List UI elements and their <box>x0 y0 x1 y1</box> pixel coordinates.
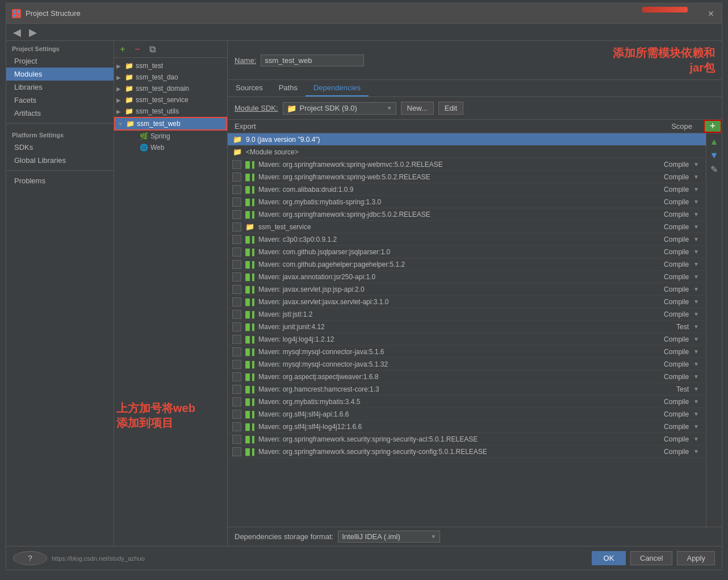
dep-row-ssm_test_service[interactable]: 📁 ssm_test_service Compile ▼ <box>228 221 706 233</box>
tree-item-spring[interactable]: 🌿 Spring <box>114 131 227 142</box>
scope-arrow[interactable]: ▼ <box>693 411 699 417</box>
dep-checkbox[interactable] <box>232 235 241 244</box>
dep-checkbox[interactable] <box>232 347 241 356</box>
sdk-combo[interactable]: 📁 Project SDK (9.0) ▼ <box>283 102 396 115</box>
dep-row-spring-jdbc[interactable]: ▐▌▌ Maven: org.springframework:spring-jd… <box>228 208 706 221</box>
scope-arrow[interactable]: ▼ <box>693 236 699 242</box>
tree-remove-button[interactable]: − <box>131 43 144 56</box>
dep-row-mybatis[interactable]: ▐▌▌ Maven: org.mybatis:mybatis:3.4.5 Com… <box>228 396 706 408</box>
dep-row-hamcrest[interactable]: ▐▌▌ Maven: org.hamcrest:hamcrest-core:1.… <box>228 383 706 396</box>
sidebar-item-modules[interactable]: Modules <box>6 68 114 81</box>
scope-arrow[interactable]: ▼ <box>693 398 699 405</box>
dep-row-jdk[interactable]: 📁 9.0 (java version "9.0.4") <box>228 133 706 146</box>
sidebar-item-project[interactable]: Project <box>6 54 114 68</box>
dep-row-slf4j-api[interactable]: ▐▌▌ Maven: org.slf4j:slf4j-api:1.6.6 Com… <box>228 408 706 421</box>
scope-arrow[interactable]: ▼ <box>693 261 699 267</box>
name-input[interactable] <box>261 54 364 66</box>
dep-checkbox[interactable] <box>232 435 241 444</box>
dep-row-junit[interactable]: ▐▌▌ Maven: junit:junit:4.12 Test ▼ <box>228 321 706 333</box>
dep-checkbox[interactable] <box>232 272 241 281</box>
dep-row-spring-security-config[interactable]: ▐▌▌ Maven: org.springframework.security:… <box>228 445 706 458</box>
dep-checkbox[interactable] <box>232 297 241 306</box>
dep-row-log4j[interactable]: ▐▌▌ Maven: log4j:log4j:1.2.12 Compile ▼ <box>228 333 706 346</box>
sdk-edit-button[interactable]: Edit <box>438 102 463 115</box>
sidebar-item-problems[interactable]: Problems <box>6 174 114 187</box>
scope-arrow[interactable]: ▼ <box>693 274 699 280</box>
dep-checkbox[interactable] <box>232 173 241 182</box>
tab-sources[interactable]: Sources <box>228 80 271 96</box>
scope-arrow[interactable]: ▼ <box>693 436 699 442</box>
scope-arrow[interactable]: ▼ <box>693 448 699 455</box>
scope-arrow[interactable]: ▼ <box>693 336 699 342</box>
edit-button[interactable]: ✎ <box>708 163 721 175</box>
sidebar-item-sdks[interactable]: SDKs <box>6 141 114 154</box>
close-button[interactable]: ✕ <box>706 9 716 19</box>
tab-dependencies[interactable]: Dependencies <box>306 80 369 96</box>
dep-checkbox[interactable] <box>232 447 241 456</box>
dep-checkbox[interactable] <box>232 360 241 369</box>
dep-checkbox[interactable] <box>232 422 241 431</box>
dep-row-spring-web[interactable]: ▐▌▌ Maven: org.springframework:spring-we… <box>228 171 706 183</box>
tree-item-ssm_test[interactable]: ▶ 📁 ssm_test <box>114 60 227 72</box>
scope-arrow[interactable]: ▼ <box>693 186 699 192</box>
sidebar-item-artifacts[interactable]: Artifacts <box>6 107 114 120</box>
dep-checkbox[interactable] <box>232 197 241 207</box>
help-button[interactable]: ? <box>13 551 47 565</box>
tree-item-ssm_test_domain[interactable]: ▶ 📁 ssm_test_domain <box>114 83 227 94</box>
dep-row-mysql-516[interactable]: ▐▌▌ Maven: mysql:mysql-connector-java:5.… <box>228 346 706 358</box>
move-down-button[interactable]: ▼ <box>708 149 721 162</box>
scope-arrow[interactable]: ▼ <box>693 161 699 167</box>
dep-row-jstl[interactable]: ▐▌▌ Maven: jstl:jstl:1.2 Compile ▼ <box>228 308 706 321</box>
dep-row-mysql-5132[interactable]: ▐▌▌ Maven: mysql:mysql-connector-java:5.… <box>228 358 706 371</box>
dep-row-module-source[interactable]: 📁 <Module source> <box>228 146 706 158</box>
tree-copy-button[interactable]: ⧉ <box>146 43 158 56</box>
tree-item-ssm_test_service[interactable]: ▶ 📁 ssm_test_service <box>114 94 227 106</box>
dep-row-mybatis-spring[interactable]: ▐▌▌ Maven: org.mybatis:mybatis-spring:1.… <box>228 196 706 208</box>
dep-checkbox[interactable] <box>232 335 241 344</box>
scope-arrow[interactable]: ▼ <box>693 373 699 380</box>
dep-row-jsp-api[interactable]: ▐▌▌ Maven: javax.servlet.jsp:jsp-api:2.0… <box>228 283 706 296</box>
dep-row-druid[interactable]: ▐▌▌ Maven: com.alibaba:druid:1.0.9 Compi… <box>228 183 706 196</box>
scope-arrow[interactable]: ▼ <box>693 299 699 305</box>
move-up-button[interactable]: ▲ <box>708 136 721 148</box>
dep-checkbox[interactable] <box>232 222 241 232</box>
dep-row-aspectj[interactable]: ▐▌▌ Maven: org.aspectj:aspectjweaver:1.6… <box>228 371 706 383</box>
apply-button[interactable]: Apply <box>677 551 715 565</box>
tree-add-button[interactable]: + <box>116 43 129 56</box>
scope-arrow[interactable]: ▼ <box>693 348 699 355</box>
add-dependency-button[interactable]: + <box>704 120 722 133</box>
dep-row-servlet-api[interactable]: ▐▌▌ Maven: javax.servlet:javax.servlet-a… <box>228 296 706 308</box>
dep-row-jsr250[interactable]: ▐▌▌ Maven: javax.annotation:jsr250-api:1… <box>228 271 706 283</box>
dep-checkbox[interactable] <box>232 397 241 406</box>
dep-row-jsqlparser[interactable]: ▐▌▌ Maven: com.github.jsqlparser:jsqlpar… <box>228 246 706 258</box>
tree-item-ssm_test_dao[interactable]: ▶ 📁 ssm_test_dao <box>114 72 227 83</box>
scope-arrow[interactable]: ▼ <box>693 423 699 430</box>
dep-row-spring-security-acl[interactable]: ▐▌▌ Maven: org.springframework.security:… <box>228 433 706 445</box>
dep-checkbox[interactable] <box>232 210 241 219</box>
back-button[interactable]: ◀ <box>11 25 23 40</box>
dep-checkbox[interactable] <box>232 372 241 381</box>
dep-checkbox[interactable] <box>232 185 241 194</box>
scope-arrow[interactable]: ▼ <box>693 386 699 392</box>
format-combo[interactable]: IntelliJ IDEA (.iml) ▼ <box>338 531 440 543</box>
forward-button[interactable]: ▶ <box>27 25 39 40</box>
dep-checkbox[interactable] <box>232 322 241 331</box>
scope-arrow[interactable]: ▼ <box>693 361 699 367</box>
dep-checkbox[interactable] <box>232 285 241 294</box>
dep-checkbox[interactable] <box>232 310 241 319</box>
dep-row-pagehelper[interactable]: ▐▌▌ Maven: com.github.pagehelper:pagehel… <box>228 258 706 271</box>
scope-arrow[interactable]: ▼ <box>693 211 699 217</box>
tree-item-ssm_test_utils[interactable]: ▶ 📁 ssm_test_utils <box>114 106 227 117</box>
dep-checkbox[interactable] <box>232 247 241 257</box>
ok-button[interactable]: OK <box>592 551 626 565</box>
cancel-button[interactable]: Cancel <box>630 551 672 565</box>
tree-item-web[interactable]: 🌐 Web <box>114 142 227 153</box>
sidebar-item-global-libraries[interactable]: Global Libraries <box>6 154 114 167</box>
sidebar-item-facets[interactable]: Facets <box>6 94 114 107</box>
dep-checkbox[interactable] <box>232 410 241 419</box>
sidebar-item-libraries[interactable]: Libraries <box>6 81 114 94</box>
scope-arrow[interactable]: ▼ <box>693 323 699 330</box>
tab-paths[interactable]: Paths <box>271 80 306 96</box>
scope-arrow[interactable]: ▼ <box>693 174 699 180</box>
scope-arrow[interactable]: ▼ <box>693 224 699 230</box>
